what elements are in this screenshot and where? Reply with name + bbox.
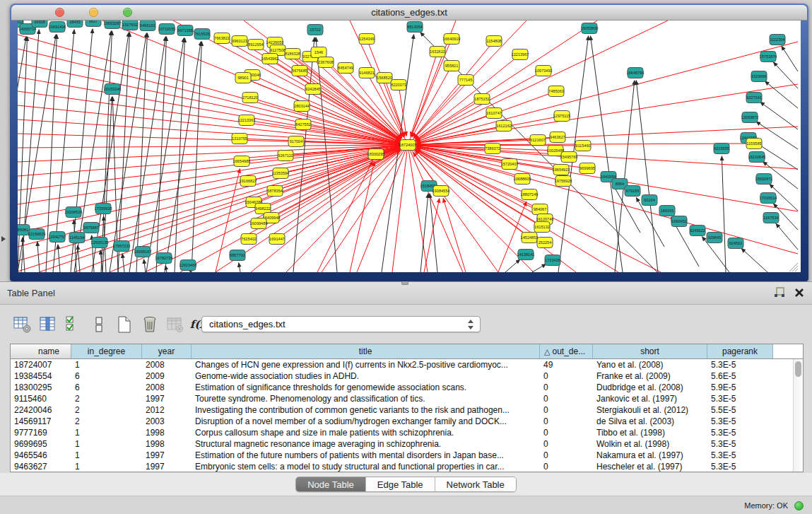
graph-node[interactable]: 7485063 [548, 86, 564, 97]
graph-node[interactable]: 16648784 [627, 68, 645, 78]
column-settings-icon[interactable] [38, 315, 57, 334]
graph-node[interactable]: 1154808 [486, 36, 502, 47]
graph-node[interactable]: 6121607 [530, 135, 546, 146]
graph-node[interactable]: 12505135 [91, 238, 109, 248]
graph-node[interactable]: 9699695 [579, 163, 595, 174]
graph-node[interactable]: 17016514 [760, 193, 777, 204]
graph-node[interactable]: 16210645 [748, 152, 766, 163]
column-header-pagerank[interactable]: pagerank [707, 344, 773, 358]
tab-edge-table[interactable]: Edge Table [366, 477, 435, 491]
graph-node[interactable]: 12975115 [553, 111, 570, 122]
graph-node[interactable]: 10688609 [514, 174, 531, 185]
graph-node[interactable]: 9115460 [575, 141, 591, 151]
table-settings-icon[interactable] [13, 315, 32, 334]
graph-node[interactable]: 984067 [532, 204, 548, 215]
graph-node[interactable]: 9463627 [550, 132, 565, 143]
import-table-icon[interactable] [165, 315, 184, 334]
graph-node[interactable]: 7663822 [214, 33, 230, 44]
graph-node[interactable]: 11353594 [272, 168, 289, 179]
close-panel-icon[interactable] [794, 287, 805, 298]
tab-network-table[interactable]: Network Table [435, 477, 516, 491]
graph-node[interactable]: 109645 [707, 233, 722, 243]
graph-node[interactable]: 20206526 [65, 207, 83, 218]
graph-node[interactable]: 98901 [235, 73, 251, 83]
graph-node[interactable]: 19166827 [240, 176, 257, 187]
graph-node[interactable]: 16608 [32, 21, 47, 28]
graph-node[interactable]: 16099489 [250, 218, 268, 229]
graph-node[interactable]: 12923468 [180, 260, 197, 271]
graph-node[interactable]: 9975887 [83, 223, 99, 233]
table-row[interactable]: 1830029562008Estimation of significance … [11, 382, 793, 393]
graph-node[interactable]: 1112304 [770, 35, 785, 45]
window-title-bar[interactable]: citations_edges.txt [11, 5, 807, 21]
table-vertical-scrollbar[interactable] [793, 359, 803, 472]
delete-table-icon[interactable] [140, 315, 159, 334]
column-header-short[interactable]: short [593, 344, 707, 358]
node-table[interactable]: namein_degreeyeartitle△out_de...shortpag… [10, 344, 804, 472]
table-row[interactable]: 946362711997Embryonic stem cells: a mode… [11, 461, 793, 472]
graph-node[interactable]: 777145 [458, 75, 473, 86]
graph-node[interactable]: 10653287 [104, 21, 122, 29]
graph-node[interactable]: 12213967 [512, 49, 529, 60]
graph-node[interactable]: 2367608 [318, 57, 334, 68]
graph-node[interactable]: 7625402 [241, 234, 257, 245]
graph-node[interactable]: 14138141 [517, 250, 535, 260]
graph-node[interactable]: 6466161 [140, 21, 155, 31]
table-row[interactable]: 911546021997Tourette syndrome. Phenomeno… [11, 393, 793, 404]
new-table-icon[interactable] [114, 315, 134, 334]
graph-node[interactable]: 1691447 [269, 234, 285, 245]
graph-node[interactable]: 679195 [625, 186, 640, 197]
table-row[interactable]: 1938455462009Genome-wide association stu… [11, 370, 793, 382]
graph-node[interactable]: 19654923 [553, 165, 570, 175]
graph-node[interactable]: 17957233 [113, 241, 131, 252]
graph-node[interactable]: 10719155 [158, 24, 176, 35]
graph-node[interactable]: 14524851 [521, 233, 539, 243]
column-header-in_degree[interactable]: in_degree [71, 344, 142, 358]
graph-node[interactable]: 1733426 [545, 255, 560, 266]
graph-node[interactable]: 7386372 [485, 144, 500, 154]
graph-node[interactable]: 8454749 [338, 63, 353, 74]
graph-node[interactable]: 917004 [288, 136, 304, 147]
graph-node[interactable]: 12942757 [49, 232, 66, 243]
graph-node[interactable]: 18435 [67, 21, 83, 28]
graph-node[interactable]: 9146821 [359, 68, 375, 78]
graph-node[interactable]: 9227341 [746, 93, 762, 103]
table-row[interactable]: 977716911998Corpus callosum shape and si… [11, 427, 793, 438]
graph-node[interactable]: 15751874 [760, 52, 777, 62]
graph-node[interactable]: 9329966 [751, 71, 767, 82]
graph-node[interactable]: 5878354 [267, 186, 283, 197]
row-height-icon[interactable] [89, 315, 108, 334]
graph-node[interactable]: 19756928 [555, 176, 572, 187]
graph-node[interactable]: 9245022 [690, 226, 705, 236]
table-row[interactable]: 946554611997Estimation of the future num… [11, 450, 793, 461]
graph-node[interactable]: 15722 [307, 25, 323, 35]
graph-node[interactable]: 924502 [728, 238, 743, 249]
graph-node[interactable]: 1546 [311, 47, 326, 58]
graph-node[interactable]: 9215955 [714, 144, 729, 154]
graph-node[interactable]: 1096452 [671, 216, 687, 227]
column-header-name[interactable]: name [11, 344, 71, 358]
graph-node[interactable]: 180165 [659, 206, 675, 216]
table-row[interactable]: 2242004622012Investigating the contribut… [11, 404, 793, 416]
column-header-year[interactable]: year [142, 344, 192, 358]
graph-node[interactable]: 1875151 [474, 94, 490, 105]
graph-node[interactable]: 16782739 [155, 253, 173, 264]
graph-node[interactable]: 1210755 [232, 134, 247, 144]
graph-node[interactable]: 12213363 [238, 115, 256, 126]
tab-node-table[interactable]: Node Table [296, 477, 366, 491]
graph-node[interactable]: 8220373 [391, 80, 406, 90]
citation-network-graph[interactable]: 2053312140557141660820691406184359637106… [18, 21, 801, 272]
graph-node[interactable]: 1527602 [122, 21, 138, 30]
graph-node[interactable]: 7615526 [194, 29, 210, 40]
graph-node[interactable]: 9671358 [177, 25, 193, 36]
memory-status-icon[interactable] [794, 501, 804, 510]
graph-node[interactable]: 1615132 [534, 222, 550, 233]
table-row[interactable]: 969969511998Structural magnetic resonanc… [11, 438, 793, 450]
table-source-dropdown[interactable]: citations_edges.txt [201, 316, 481, 332]
column-header-title[interactable]: title [192, 344, 540, 358]
graph-node[interactable]: 9637 [86, 21, 101, 27]
graph-node[interactable]: 18300295 [367, 149, 385, 160]
table-body[interactable]: 1872400712008Changes of HCN gene express… [11, 359, 793, 472]
graph-node[interactable]: 8813054 [407, 22, 423, 33]
graph-node[interactable]: 20153346 [104, 84, 122, 95]
